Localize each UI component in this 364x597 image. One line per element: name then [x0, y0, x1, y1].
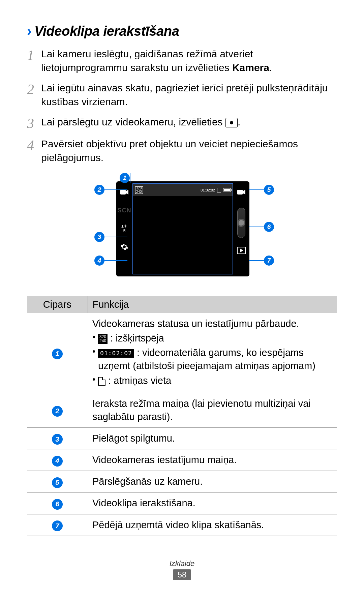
step-2: 2 Lai iegūtu ainavas skatu, pagrieziet i… [27, 81, 337, 109]
callout-2: 2 [94, 185, 127, 195]
row-badge-7: 7 [52, 520, 63, 531]
row-text: Pielāgot spilgtumu. [88, 427, 337, 449]
row-text: Videoklipa ierakstīšana. [88, 492, 337, 514]
time-remaining: 01:02:02 [201, 188, 215, 192]
section-heading: › Videoklipa ierakstīšana [27, 24, 337, 39]
table-row: 1 Videokameras statusa un iestatījumu pā… [27, 313, 337, 393]
step-text: Lai pārslēgtu uz videokameru, izvēlietie… [41, 115, 337, 130]
row-badge-3: 3 [52, 434, 63, 445]
battery-icon [223, 188, 231, 192]
table-row: 6Videoklipa ierakstīšana. [27, 492, 337, 514]
bullet-storage: : atmiņas vieta [92, 374, 332, 387]
step-text: Lai iegūtu ainavas skatu, pagrieziet ier… [41, 81, 337, 109]
callout-6: 6 [249, 222, 274, 232]
row-badge-2: 2 [52, 406, 63, 417]
row-badge-6: 6 [52, 499, 63, 510]
svg-rect-1 [237, 190, 243, 195]
table-row: 4Videokameras iestatījumu maiņa. [27, 449, 337, 471]
row-text: Pārslēgšanās uz kameru. [88, 471, 337, 492]
resolution-mini-icon: 320 240 [98, 334, 108, 344]
camera-switch-icon [225, 118, 238, 127]
chevron-right-icon: › [27, 24, 32, 38]
viewfinder: 320 240 01:02:02 [132, 183, 233, 274]
storage-icon [217, 188, 221, 192]
settings-gear-icon [119, 242, 129, 251]
status-bar: 320 240 01:02:02 [133, 184, 233, 196]
heading-text: Videoklipa ierakstīšana [34, 24, 179, 39]
camcorder-diagram: SCN ±☀ 5 320 240 01:02:02 [27, 173, 337, 284]
row-intro: Videokameras statusa un iestatījumu pārb… [92, 317, 332, 330]
row-text: Ieraksta režīma maiņa (lai pievienotu mu… [88, 393, 337, 427]
step-text: Lai kameru ieslēgtu, gaidīšanas režīmā a… [41, 47, 337, 74]
row-text: Videokameras iestatījumu maiņa. [88, 449, 337, 471]
table-row: 7Pēdējā uzņemtā video klipa skatīšanās. [27, 514, 337, 536]
step-4: 4 Pavērsiet objektīvu pret objektu un ve… [27, 137, 337, 165]
right-toolbar [233, 181, 249, 276]
callout-4: 4 [94, 256, 127, 266]
callout-5: 5 [249, 185, 274, 195]
function-table: Cipars Funkcija 1 Videokameras statusa u… [27, 296, 337, 536]
bullet-duration: 01:02:02 : videomateriāla garums, ko ies… [92, 346, 332, 372]
step-1: 1 Lai kameru ieslēgtu, gaidīšanas režīmā… [27, 47, 337, 74]
step-3: 3 Lai pārslēgtu uz videokameru, izvēliet… [27, 115, 337, 130]
bullet-resolution: 320 240 : izšķirtspēja [92, 332, 332, 345]
table-header-number: Cipars [27, 296, 88, 313]
step-number: 3 [27, 115, 41, 130]
row-badge-5: 5 [52, 477, 63, 488]
record-slider [237, 208, 245, 238]
table-row: 5Pārslēgšanās uz kameru. [27, 471, 337, 492]
phone-mockup: SCN ±☀ 5 320 240 01:02:02 [116, 181, 249, 276]
callout-1: 1 [120, 173, 130, 183]
table-row: 3Pielāgot spilgtumu. [27, 427, 337, 449]
table-row: 2Ieraksta režīma maiņa (lai pievienotu m… [27, 393, 337, 427]
callout-7: 7 [249, 256, 274, 266]
table-header-function: Funkcija [88, 296, 337, 313]
row-badge-4: 4 [52, 456, 63, 467]
step-text: Pavērsiet objektīvu pret objektu un veic… [41, 137, 337, 165]
resolution-badge: 320 240 [135, 186, 143, 194]
switch-to-camera-icon [236, 187, 246, 197]
storage-mini-icon [98, 377, 105, 386]
footer-section: Izklaide [0, 559, 364, 568]
row-text: Pēdējā uzņemtā video klipa skatīšanās. [88, 514, 337, 536]
step-number: 4 [27, 137, 41, 165]
callout-3: 3 [94, 232, 127, 242]
playback-icon [237, 247, 246, 254]
row-badge-1: 1 [52, 349, 63, 359]
time-mini-icon: 01:02:02 [98, 349, 134, 357]
step-number: 1 [27, 47, 41, 74]
scn-label: SCN [119, 206, 129, 215]
page-number: 58 [173, 569, 191, 580]
step-number: 2 [27, 81, 41, 109]
page-footer: Izklaide 58 [0, 559, 364, 580]
